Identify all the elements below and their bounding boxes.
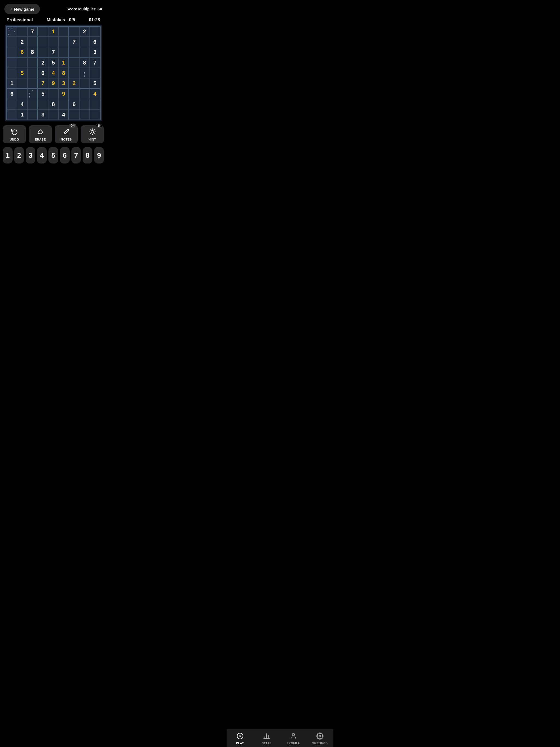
cell[interactable]: 8	[79, 57, 90, 68]
cell[interactable]: 9	[48, 78, 58, 88]
cell[interactable]: 2	[79, 26, 90, 36]
cell[interactable]: 2	[69, 78, 79, 88]
cell[interactable]: 7	[90, 57, 100, 68]
cell[interactable]	[6, 99, 17, 109]
num-6[interactable]: 6	[60, 147, 70, 163]
cell[interactable]: 6	[90, 36, 100, 47]
cell[interactable]	[38, 99, 48, 109]
cell[interactable]: 4	[17, 99, 27, 109]
cell[interactable]	[79, 99, 90, 109]
cell[interactable]	[58, 99, 69, 109]
cell[interactable]	[69, 68, 79, 78]
cell[interactable]	[17, 57, 27, 68]
cell[interactable]	[90, 99, 100, 109]
cell[interactable]	[90, 109, 100, 120]
cell[interactable]: 5	[17, 68, 27, 78]
cell[interactable]	[79, 109, 90, 120]
cell[interactable]: 5	[38, 88, 48, 99]
num-8[interactable]: 8	[82, 147, 93, 163]
cell[interactable]: 4	[58, 109, 69, 120]
cell[interactable]: 4	[90, 88, 100, 99]
notes-badge: ON	[69, 124, 76, 128]
cell[interactable]: 6	[17, 47, 27, 57]
cell[interactable]: 1	[48, 26, 58, 36]
cell[interactable]	[27, 109, 38, 120]
cell[interactable]	[6, 47, 17, 57]
num-1[interactable]: 1	[3, 147, 12, 163]
cell[interactable]	[27, 99, 38, 109]
cell[interactable]	[27, 68, 38, 78]
cell[interactable]	[6, 68, 17, 78]
cell[interactable]	[90, 26, 100, 36]
cell[interactable]	[79, 36, 90, 47]
cell[interactable]: 7	[69, 36, 79, 47]
note-digit: 8	[7, 33, 10, 36]
cell[interactable]	[69, 109, 79, 120]
cell[interactable]: 6	[69, 99, 79, 109]
cell[interactable]	[38, 36, 48, 47]
erase-button[interactable]: ERASE	[29, 125, 52, 143]
cell[interactable]: 7	[27, 26, 38, 36]
undo-button[interactable]: UNDO	[3, 125, 26, 143]
cell[interactable]: 2	[38, 57, 48, 68]
cell[interactable]	[69, 47, 79, 57]
num-3[interactable]: 3	[26, 147, 35, 163]
cell[interactable]: 5	[90, 78, 100, 88]
cell[interactable]	[17, 26, 27, 36]
cell[interactable]	[38, 47, 48, 57]
num-5[interactable]: 5	[48, 147, 58, 163]
cell[interactable]: 1	[17, 109, 27, 120]
cell[interactable]	[90, 68, 100, 78]
cell[interactable]	[79, 47, 90, 57]
cell[interactable]: 7	[48, 47, 58, 57]
notes-label: NOTES	[61, 138, 72, 141]
cell[interactable]	[58, 36, 69, 47]
cell[interactable]: 2	[17, 36, 27, 47]
notes-button[interactable]: ON NOTES	[55, 125, 78, 143]
cell[interactable]	[79, 88, 90, 99]
cell[interactable]	[69, 57, 79, 68]
num-2[interactable]: 2	[14, 147, 24, 163]
cell[interactable]: 4	[48, 68, 58, 78]
num-4[interactable]: 4	[37, 147, 47, 163]
cell[interactable]: 58	[79, 68, 90, 78]
num-7[interactable]: 7	[71, 147, 81, 163]
cell[interactable]	[48, 109, 58, 120]
cell[interactable]: 3	[58, 78, 69, 88]
cell[interactable]	[48, 36, 58, 47]
cell[interactable]	[27, 78, 38, 88]
cell[interactable]	[79, 78, 90, 88]
cell[interactable]	[48, 88, 58, 99]
cell[interactable]	[27, 57, 38, 68]
cell[interactable]	[17, 88, 27, 99]
sudoku-grid[interactable]: 4268712276687325187564858179325624759448…	[6, 26, 101, 120]
cell[interactable]: 8	[48, 99, 58, 109]
cell[interactable]: 3	[38, 109, 48, 120]
cell[interactable]: 1	[58, 57, 69, 68]
cell[interactable]: 3	[90, 47, 100, 57]
cell[interactable]: 6	[6, 88, 17, 99]
cell[interactable]: 6	[38, 68, 48, 78]
cell[interactable]	[58, 47, 69, 57]
cell[interactable]	[6, 109, 17, 120]
hint-button[interactable]: 18 HINT	[81, 125, 104, 143]
cell[interactable]: 8	[27, 47, 38, 57]
cell[interactable]	[38, 26, 48, 36]
cell[interactable]: 9	[58, 88, 69, 99]
cell[interactable]	[17, 78, 27, 88]
notes-icon	[63, 129, 70, 136]
cell[interactable]: 1	[6, 78, 17, 88]
cell[interactable]: 247	[27, 88, 38, 99]
new-game-button[interactable]: + New game	[4, 4, 40, 14]
cell[interactable]	[58, 26, 69, 36]
cell[interactable]: 7	[38, 78, 48, 88]
cell[interactable]	[6, 36, 17, 47]
cell[interactable]: 8	[58, 68, 69, 78]
cell[interactable]	[69, 26, 79, 36]
cell[interactable]	[69, 88, 79, 99]
cell[interactable]: 5	[48, 57, 58, 68]
cell[interactable]	[27, 36, 38, 47]
cell[interactable]: 4268	[6, 26, 17, 36]
num-9[interactable]: 9	[94, 147, 104, 163]
cell[interactable]	[6, 57, 17, 68]
